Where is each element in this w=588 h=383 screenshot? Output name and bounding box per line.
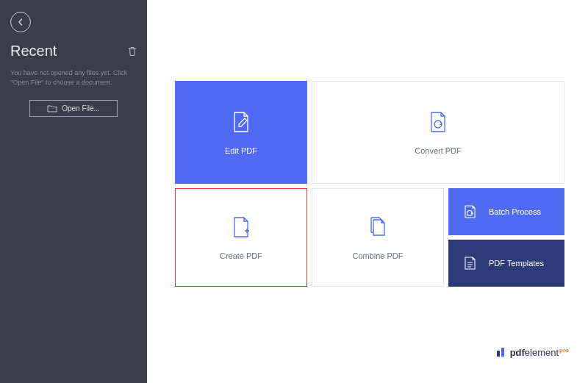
back-button[interactable]	[10, 12, 31, 32]
chevron-left-icon	[17, 18, 24, 26]
brand-logo-icon	[497, 348, 506, 357]
tile-batch-process[interactable]: Batch Process	[448, 188, 564, 235]
tile-convert-pdf[interactable]: Convert PDF	[312, 81, 564, 184]
tile-label: Create PDF	[220, 251, 262, 260]
sidebar-title: Recent	[10, 43, 57, 60]
svg-point-1	[467, 211, 473, 216]
tile-label: Combine PDF	[352, 251, 403, 260]
tile-create-pdf[interactable]: Create PDF	[175, 188, 307, 287]
tile-pdf-templates[interactable]: PDF Templates	[448, 240, 564, 287]
recent-hint: You have not opened any files yet. Click…	[10, 68, 137, 87]
brand-name-rest: element	[525, 347, 559, 358]
tile-label: PDF Templates	[489, 259, 544, 268]
main-area: Edit PDF Convert PDF Create PDF Combine …	[147, 0, 588, 383]
tile-label: Batch Process	[489, 207, 541, 216]
combine-icon	[365, 215, 390, 240]
folder-icon	[47, 104, 57, 112]
convert-icon	[426, 110, 451, 135]
edit-icon	[229, 110, 254, 135]
tile-combine-pdf[interactable]: Combine PDF	[312, 188, 444, 287]
brand-footer: pdfelementpro	[497, 347, 569, 358]
sidebar: Recent You have not opened any files yet…	[0, 0, 147, 383]
trash-icon[interactable]	[128, 46, 137, 57]
brand-name-bold: pdf	[510, 347, 525, 358]
brand-suffix: pro	[559, 347, 569, 354]
templates-icon	[462, 255, 478, 271]
open-file-label: Open File...	[62, 104, 100, 112]
tile-label: Edit PDF	[225, 146, 257, 155]
tile-label: Convert PDF	[415, 146, 462, 155]
create-icon	[229, 215, 254, 240]
open-file-button[interactable]: Open File...	[29, 100, 118, 117]
tile-edit-pdf[interactable]: Edit PDF	[175, 81, 307, 184]
batch-icon	[462, 204, 478, 220]
